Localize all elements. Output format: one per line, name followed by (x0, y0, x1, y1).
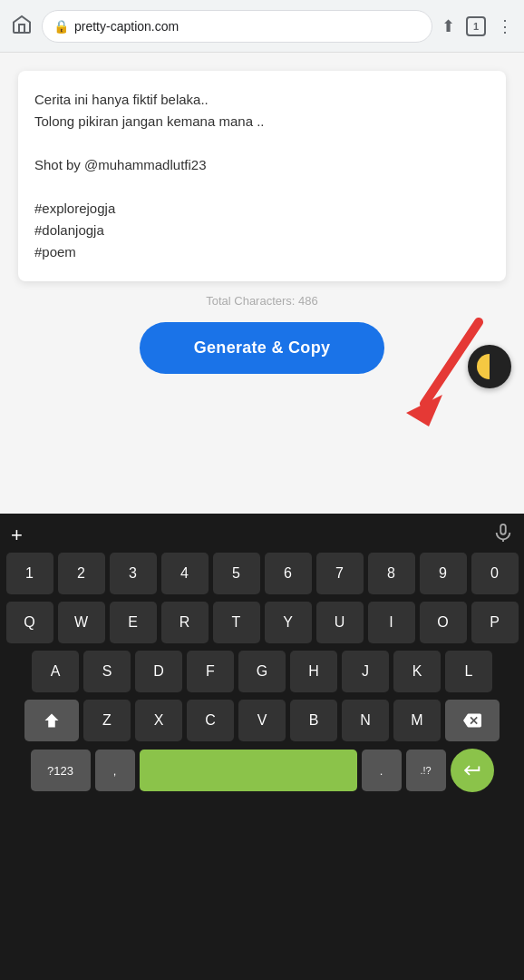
key-f[interactable]: F (187, 651, 234, 692)
key-r[interactable]: R (161, 602, 209, 643)
key-enter[interactable] (451, 749, 494, 792)
key-z[interactable]: Z (83, 700, 131, 741)
tab-count[interactable]: 1 (466, 16, 486, 36)
key-g[interactable]: G (238, 651, 286, 692)
caption-line-blank2 (34, 176, 490, 198)
browser-bar: 🔒 pretty-caption.com ⬆ 1 ⋮ (0, 0, 524, 53)
key-j[interactable]: J (342, 651, 389, 692)
key-5[interactable]: 5 (213, 553, 260, 594)
caption-card: Cerita ini hanya fiktif belaka.. Tolong … (18, 71, 506, 281)
keyboard-qwerty-row: Q W E R T Y U I O P (4, 602, 520, 643)
caption-text: Cerita ini hanya fiktif belaka.. Tolong … (34, 89, 490, 263)
url-text: pretty-caption.com (74, 19, 179, 34)
share-icon[interactable]: ⬆ (442, 16, 455, 36)
theme-toggle-icon (477, 354, 502, 379)
keyboard-plus-button[interactable]: + (11, 524, 23, 547)
key-comma[interactable]: , (95, 750, 135, 791)
key-space[interactable] (140, 750, 357, 791)
home-icon[interactable] (11, 14, 33, 39)
keyboard-numbers-row: 1 2 3 4 5 6 7 8 9 0 (4, 553, 520, 594)
key-n[interactable]: N (342, 700, 389, 741)
key-8[interactable]: 8 (368, 553, 415, 594)
key-punct[interactable]: .!? (406, 750, 446, 791)
keyboard-area: + 1 2 3 4 5 6 7 8 9 0 Q W E R T (0, 514, 524, 980)
key-d[interactable]: D (135, 651, 182, 692)
caption-line-2: Tolong pikiran jangan kemana mana .. (34, 111, 490, 132)
key-shift[interactable] (24, 700, 79, 741)
content-area: Cerita ini hanya fiktif belaka.. Tolong … (0, 53, 524, 980)
caption-line-shot: Shot by @muhammadlutfi23 (34, 154, 490, 176)
generate-btn-wrap: Generate & Copy (18, 322, 506, 374)
lock-icon: 🔒 (53, 19, 69, 34)
web-scroll: Cerita ini hanya fiktif belaka.. Tolong … (0, 53, 524, 514)
char-count: Total Characters: 486 (18, 294, 506, 308)
key-q[interactable]: Q (6, 602, 53, 643)
keyboard-zxcv-row: Z X C V B N M (4, 700, 520, 741)
key-l[interactable]: L (445, 651, 492, 692)
url-bar[interactable]: 🔒 pretty-caption.com (42, 10, 432, 43)
keyboard-asdf-row: A S D F G H J K L (4, 651, 520, 692)
key-o[interactable]: O (420, 602, 467, 643)
key-p[interactable]: P (471, 602, 519, 643)
key-w[interactable]: W (58, 602, 105, 643)
key-e[interactable]: E (110, 602, 157, 643)
key-1[interactable]: 1 (6, 553, 53, 594)
key-c[interactable]: C (187, 700, 234, 741)
key-2[interactable]: 2 (58, 553, 105, 594)
caption-line-tag3: #poem (34, 241, 490, 263)
key-k[interactable]: K (393, 651, 441, 692)
caption-line-1: Cerita ini hanya fiktif belaka.. (34, 89, 490, 111)
key-9[interactable]: 9 (420, 553, 467, 594)
generate-copy-button[interactable]: Generate & Copy (140, 322, 385, 374)
browser-actions: ⬆ 1 ⋮ (442, 16, 513, 36)
key-i[interactable]: I (368, 602, 415, 643)
key-a[interactable]: A (32, 651, 79, 692)
key-7[interactable]: 7 (316, 553, 364, 594)
key-m[interactable]: M (393, 700, 441, 741)
key-6[interactable]: 6 (265, 553, 312, 594)
caption-line-blank1 (34, 132, 490, 154)
key-4[interactable]: 4 (161, 553, 209, 594)
key-3[interactable]: 3 (110, 553, 157, 594)
svg-marker-1 (406, 395, 442, 426)
key-s[interactable]: S (83, 651, 131, 692)
keyboard-mic-button[interactable] (493, 523, 513, 547)
web-content: Cerita ini hanya fiktif belaka.. Tolong … (0, 53, 524, 401)
key-b[interactable]: B (290, 700, 337, 741)
key-period[interactable]: . (362, 750, 402, 791)
theme-toggle-button[interactable] (468, 345, 511, 388)
key-num-toggle[interactable]: ?123 (31, 750, 91, 791)
keyboard-bottom-row: ?123 , . .!? (4, 749, 520, 792)
caption-line-tag2: #dolanjogja (34, 220, 490, 241)
key-v[interactable]: V (238, 700, 286, 741)
key-h[interactable]: H (290, 651, 337, 692)
keyboard-toolbar: + (4, 519, 520, 553)
key-y[interactable]: Y (265, 602, 312, 643)
key-backspace[interactable] (445, 700, 500, 741)
key-x[interactable]: X (135, 700, 182, 741)
key-t[interactable]: T (213, 602, 260, 643)
key-0[interactable]: 0 (471, 553, 519, 594)
menu-icon[interactable]: ⋮ (497, 16, 513, 36)
key-u[interactable]: U (316, 602, 364, 643)
caption-line-tag1: #explorejogja (34, 198, 490, 220)
